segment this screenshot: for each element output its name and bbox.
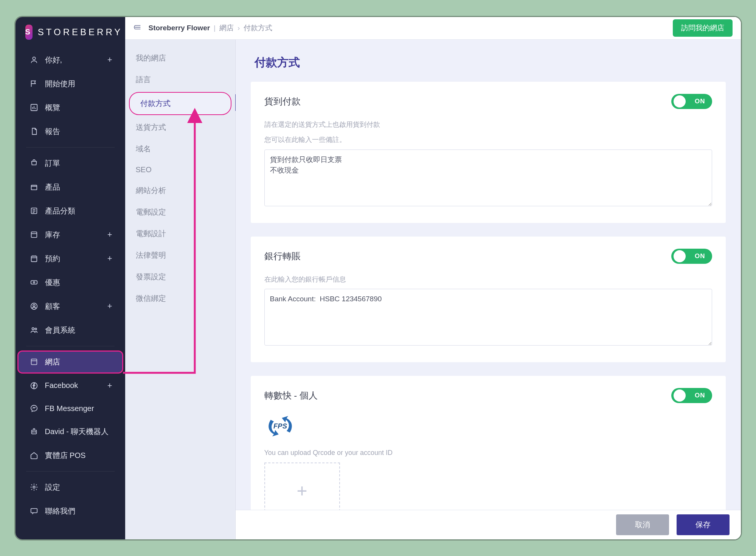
sidebar-item-onlinestore[interactable]: 網店	[19, 352, 122, 372]
toggle-bank[interactable]: ON	[671, 249, 712, 264]
sidebar-divider	[26, 147, 115, 148]
fps-upload-help: You can upload Qrcode or your account ID	[264, 447, 712, 459]
cart-icon	[28, 159, 40, 167]
footer-action-bar: 取消 保存	[236, 510, 741, 539]
sidebar-item-getting-started[interactable]: 開始使用	[19, 73, 122, 94]
main-area: Storeberry Flower | 網店 › 付款方式 訪問我的網店 付款方…	[236, 17, 741, 539]
sidebar-item-chatbot[interactable]: David - 聊天機器人	[19, 421, 122, 442]
app-frame: S STOREBERRY 你好, + 開始使用 概覽 報告	[16, 17, 741, 539]
plus-icon: +	[297, 480, 307, 501]
fps-logo-icon: FPS	[264, 413, 296, 439]
toggle-knob	[674, 95, 686, 107]
sidebar-item-label: 產品分類	[45, 206, 112, 216]
svg-rect-5	[31, 256, 37, 262]
svg-point-16	[34, 431, 35, 432]
toggle-fps[interactable]: ON	[671, 388, 712, 403]
toggle-cod[interactable]: ON	[671, 94, 712, 109]
subnav-item-shipping[interactable]: 送貨方式	[125, 117, 235, 138]
save-button[interactable]: 保存	[677, 514, 730, 535]
toggle-state: ON	[695, 392, 705, 399]
subnav-item-email-settings[interactable]: 電郵設定	[125, 201, 235, 223]
sidebar-item-label: 實體店 POS	[45, 450, 112, 461]
sidebar-item-settings[interactable]: 設定	[19, 477, 122, 498]
sidebar-item-inventory[interactable]: 庫存 +	[19, 224, 122, 245]
sidebar-item-contact[interactable]: 聯絡我們	[19, 501, 122, 522]
sidebar-item-categories[interactable]: 產品分類	[19, 201, 122, 221]
brand-name: STOREBERRY	[38, 27, 123, 37]
box-icon	[28, 183, 40, 191]
subnav-item-mystore[interactable]: 我的網店	[125, 47, 235, 69]
toggle-knob	[674, 250, 686, 262]
svg-point-0	[33, 57, 35, 60]
ticket-icon	[28, 278, 40, 287]
sidebar-item-membership[interactable]: 會員系統	[19, 320, 122, 341]
visit-store-button[interactable]: 訪問我的網店	[673, 19, 733, 37]
sidebar-item-overview[interactable]: 概覽	[19, 97, 122, 118]
sidebar-item-messenger[interactable]: FB Messenger	[19, 399, 122, 418]
cancel-button[interactable]: 取消	[616, 514, 669, 535]
sidebar-item-label: 網店	[45, 357, 112, 367]
sidebar-item-products[interactable]: 產品	[19, 177, 122, 198]
house-icon	[28, 451, 40, 459]
breadcrumb-section[interactable]: 網店	[219, 23, 234, 33]
sidebar-item-report[interactable]: 報告	[19, 121, 122, 142]
breadcrumb-sep: ›	[238, 24, 240, 32]
toggle-knob	[674, 389, 686, 402]
store-icon	[28, 358, 40, 366]
sidebar-item-label: 聯絡我們	[45, 506, 112, 516]
subnav-item-domain[interactable]: 域名	[125, 138, 235, 160]
main-sidebar: S STOREBERRY 你好, + 開始使用 概覽 報告	[16, 17, 125, 539]
document-icon	[28, 127, 40, 135]
breadcrumb-sep: |	[214, 24, 216, 32]
panel-bank-transfer: 銀行轉賬 ON 在此輸入您的銀行帳戶信息	[251, 237, 726, 363]
topbar: Storeberry Flower | 網店 › 付款方式 訪問我的網店	[125, 17, 741, 40]
sidebar-item-label: 開始使用	[45, 79, 112, 89]
plus-icon[interactable]: +	[107, 55, 112, 65]
subnav-item-seo[interactable]: SEO	[125, 160, 235, 180]
subnav-item-language[interactable]: 語言	[125, 69, 235, 90]
logo-badge-icon: S	[25, 25, 33, 40]
svg-point-17	[33, 486, 35, 488]
calendar-icon	[28, 254, 40, 263]
sidebar-item-customers[interactable]: 顧客 +	[19, 296, 122, 317]
plus-icon[interactable]: +	[107, 301, 112, 311]
sidebar-item-label: 概覽	[45, 103, 112, 113]
sidebar-item-label: 報告	[45, 126, 112, 137]
plus-icon[interactable]: +	[107, 381, 112, 391]
svg-point-11	[35, 328, 37, 330]
plus-icon[interactable]: +	[107, 254, 112, 263]
svg-rect-4	[31, 232, 37, 238]
robot-icon	[28, 427, 40, 436]
bank-note-textarea[interactable]	[264, 289, 712, 346]
plus-icon[interactable]: +	[107, 230, 112, 240]
sub-sidebar: 我的網店 語言 付款方式 送貨方式 域名 SEO 網站分析 電郵設定 電郵設計 …	[125, 17, 236, 539]
cod-help-2: 您可以在此輸入一些備註。	[264, 134, 712, 146]
chart-icon	[28, 103, 40, 112]
panel-cash-on-delivery: 貨到付款 ON 請在選定的送貨方式上也啟用貨到付款 您可以在此輸入一些備註。	[251, 82, 726, 223]
cod-note-textarea[interactable]	[264, 150, 712, 206]
archive-icon	[28, 230, 40, 239]
sidebar-item-label: 顧客	[45, 301, 107, 311]
page-title: 付款方式	[255, 55, 726, 70]
sidebar-item-pos[interactable]: 實體店 POS	[19, 445, 122, 466]
members-icon	[28, 326, 40, 334]
menu-toggle-icon[interactable]	[134, 23, 142, 33]
subnav-item-invoice[interactable]: 發票設定	[125, 266, 235, 288]
subnav-item-payment[interactable]: 付款方式	[129, 92, 231, 115]
sidebar-item-booking[interactable]: 預約 +	[19, 248, 122, 269]
sidebar-greeting[interactable]: 你好, +	[19, 50, 122, 70]
panel-title-fps: 轉數快 - 個人	[264, 389, 318, 402]
sidebar-item-orders[interactable]: 訂單	[19, 153, 122, 174]
subnav-item-wechat[interactable]: 微信綁定	[125, 288, 235, 309]
sidebar-item-label: David - 聊天機器人	[45, 427, 112, 437]
customer-icon	[28, 302, 40, 310]
svg-text:FPS: FPS	[273, 422, 287, 430]
subnav-item-analytics[interactable]: 網站分析	[125, 180, 235, 201]
subnav-item-email-design[interactable]: 電郵設計	[125, 223, 235, 245]
subnav-item-legal[interactable]: 法律聲明	[125, 245, 235, 266]
content-scroll[interactable]: 付款方式 貨到付款 ON 請在選定的送貨方式上也啟用貨到付款 您可以在此輸入一些…	[236, 40, 741, 539]
sidebar-item-facebook[interactable]: Facebook +	[19, 375, 122, 396]
sidebar-item-coupons[interactable]: 優惠	[19, 272, 122, 293]
svg-point-10	[32, 328, 34, 330]
svg-point-15	[33, 431, 33, 432]
